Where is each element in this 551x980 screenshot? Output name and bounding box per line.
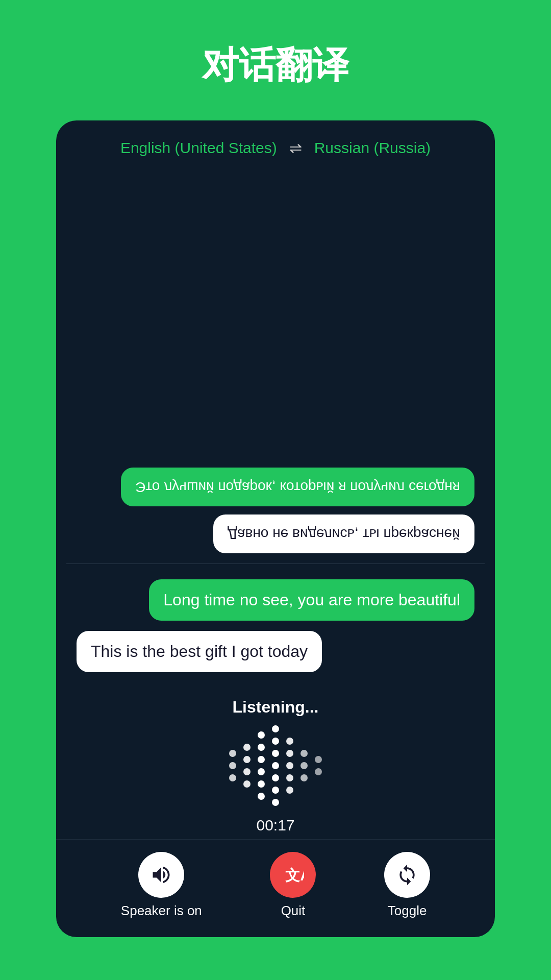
- main-card: English (United States) ⇌ Russian (Russi…: [56, 120, 495, 937]
- speaker-btn-circle[interactable]: [138, 852, 184, 898]
- dot: [272, 774, 279, 781]
- upper-bubble-green: Это лучший подарок, который я получил се…: [121, 468, 474, 506]
- dot: [286, 762, 293, 769]
- dot: [272, 750, 279, 757]
- dot: [300, 750, 308, 757]
- listening-label: Listening...: [233, 698, 319, 717]
- translate-icon: 文A: [282, 864, 304, 886]
- dot: [258, 756, 265, 763]
- speaker-label: Speaker is on: [121, 903, 202, 919]
- swap-icon[interactable]: ⇌: [289, 139, 302, 157]
- waveform: [219, 725, 332, 806]
- upper-chat-area: Это лучший подарок, который я получил се…: [56, 171, 495, 564]
- bottom-bar: Speaker is on 文A Quit Toggle: [56, 839, 495, 937]
- dot: [243, 768, 251, 775]
- dot: [286, 750, 293, 757]
- dot: [286, 787, 293, 794]
- quit-button[interactable]: 文A Quit: [270, 852, 316, 919]
- dot: [300, 774, 308, 781]
- timer-display: 00:17: [256, 817, 294, 834]
- dot: [286, 774, 293, 781]
- lower-bubble-green: Long time no see, you are more beautiful: [149, 579, 474, 621]
- waveform-col-1: [229, 750, 236, 781]
- language-bar: English (United States) ⇌ Russian (Russi…: [56, 120, 495, 171]
- speaker-button[interactable]: Speaker is on: [121, 852, 202, 919]
- waveform-col-2: [243, 744, 251, 788]
- waveform-col-3: [258, 731, 265, 800]
- dot: [272, 738, 279, 745]
- dot: [315, 756, 322, 763]
- right-language[interactable]: Russian (Russia): [314, 139, 431, 157]
- speaker-icon: [150, 864, 172, 886]
- waveform-col-4: [272, 725, 279, 806]
- dot: [258, 793, 265, 800]
- dot: [300, 762, 308, 769]
- waveform-col-6: [300, 750, 308, 781]
- quit-label: Quit: [281, 903, 306, 919]
- quit-btn-circle[interactable]: 文A: [270, 852, 316, 898]
- dot: [272, 787, 279, 794]
- toggle-label: Toggle: [388, 903, 427, 919]
- toggle-icon: [396, 864, 418, 886]
- dot: [243, 744, 251, 751]
- dot: [272, 762, 279, 769]
- dot: [286, 738, 293, 745]
- dot: [258, 780, 265, 788]
- dot: [243, 780, 251, 788]
- dot: [243, 756, 251, 763]
- lower-bubble-white: This is the best gift I got today: [77, 631, 322, 672]
- waveform-col-5: [286, 738, 293, 794]
- dot: [229, 762, 236, 769]
- waveform-col-7: [315, 756, 322, 775]
- lower-chat-area: Long time no see, you are more beautiful…: [56, 564, 495, 682]
- left-language[interactable]: English (United States): [120, 139, 277, 157]
- dot: [258, 744, 265, 751]
- toggle-button[interactable]: Toggle: [384, 852, 430, 919]
- dot: [272, 725, 279, 732]
- dot: [258, 768, 265, 775]
- dot: [272, 799, 279, 806]
- svg-text:文A: 文A: [286, 867, 305, 884]
- app-title: 对话翻译: [202, 41, 349, 90]
- upper-bubble-white: Давно не виделись, ты прекрасней: [213, 514, 474, 553]
- dot: [258, 731, 265, 739]
- dot: [315, 768, 322, 775]
- listening-section: Listening...: [56, 682, 495, 839]
- toggle-btn-circle[interactable]: [384, 852, 430, 898]
- dot: [229, 750, 236, 757]
- dot: [229, 774, 236, 781]
